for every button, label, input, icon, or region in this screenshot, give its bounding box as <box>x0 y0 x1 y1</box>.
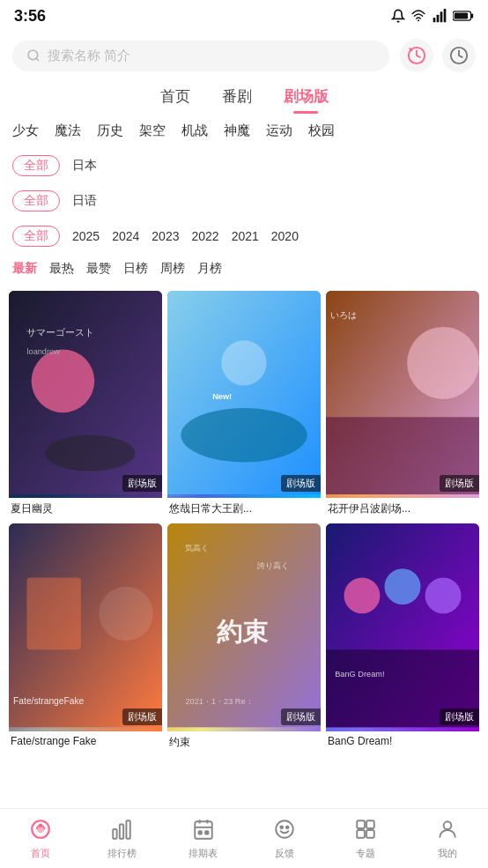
year-2025[interactable]: 2025 <box>72 229 100 243</box>
content-card-2[interactable]: New! 剧场版 悠哉日常大王剧... <box>167 291 321 518</box>
card-title-6: BanG Dream! <box>326 731 479 749</box>
svg-rect-2 <box>437 15 440 23</box>
svg-line-9 <box>36 58 39 61</box>
svg-point-0 <box>418 19 419 21</box>
region-all[interactable]: 全部 <box>12 155 60 176</box>
svg-point-35 <box>344 578 380 614</box>
svg-point-42 <box>39 823 42 827</box>
category-mecha[interactable]: 机战 <box>181 122 208 139</box>
sort-monthly[interactable]: 月榜 <box>197 261 222 277</box>
nav-feedback-label: 反馈 <box>275 847 294 860</box>
content-card-5[interactable]: 約束 気高く 誇り高く 2021・1・23 Re： 剧场版 约束 <box>167 523 321 751</box>
svg-text:いろは: いろは <box>330 310 357 320</box>
status-icons <box>391 9 474 23</box>
nav-rank-label: 排行榜 <box>107 847 137 860</box>
content-card-4[interactable]: Fate/strangeFake 剧场版 Fate/strange Fake <box>9 523 162 751</box>
svg-rect-7 <box>455 13 468 19</box>
content-card-3[interactable]: いろは 剧场版 花开伊吕波剧场... <box>326 291 479 518</box>
category-history[interactable]: 历史 <box>97 122 123 139</box>
card-badge-1: 剧场版 <box>122 475 162 492</box>
status-time: 3:56 <box>14 7 46 26</box>
year-2020[interactable]: 2020 <box>271 229 299 243</box>
category-sports[interactable]: 运动 <box>266 122 292 139</box>
bottom-nav: 首页 排行榜 排期表 <box>0 808 488 868</box>
notification-icon <box>391 9 405 23</box>
category-fantasy[interactable]: 神魔 <box>224 122 250 139</box>
nav-schedule[interactable]: 排期表 <box>163 812 244 865</box>
svg-text:気高く: 気高く <box>185 544 209 553</box>
svg-point-28 <box>99 587 152 641</box>
main-tabs: 首页 番剧 剧场版 <box>0 79 488 114</box>
year-2023[interactable]: 2023 <box>152 229 179 243</box>
nav-mine[interactable]: 我的 <box>407 812 488 865</box>
svg-rect-55 <box>358 820 366 828</box>
year-all[interactable]: 全部 <box>12 226 60 247</box>
region-japan[interactable]: 日本 <box>72 158 97 174</box>
svg-text:New!: New! <box>212 392 232 401</box>
nav-feedback-icon <box>273 818 296 844</box>
nav-topics-label: 专题 <box>356 847 375 860</box>
tab-theater[interactable]: 剧场版 <box>284 86 329 114</box>
svg-point-37 <box>425 578 462 614</box>
content-grid: サマーゴースト loandrow 剧场版 夏日幽灵 New! 剧场版 悠哉日常大… <box>0 284 488 822</box>
search-input-wrap[interactable]: 搜索名称 简介 <box>12 41 389 71</box>
svg-rect-46 <box>195 821 212 839</box>
category-scifi[interactable]: 架空 <box>139 122 166 139</box>
nav-schedule-label: 排期表 <box>189 847 218 860</box>
svg-rect-50 <box>198 831 201 834</box>
history-icon[interactable] <box>400 39 433 72</box>
card-badge-5: 剧场版 <box>281 708 321 725</box>
svg-text:誇り高く: 誇り高く <box>257 561 289 570</box>
language-filter-row: 全部 日语 <box>12 183 476 219</box>
signal-icon <box>432 9 447 23</box>
nav-schedule-icon <box>192 818 215 844</box>
sort-daily[interactable]: 日榜 <box>123 261 148 277</box>
nav-feedback[interactable]: 反馈 <box>244 812 325 865</box>
svg-rect-1 <box>433 18 436 22</box>
card-badge-2: 剧场版 <box>281 475 321 492</box>
clock-icon[interactable] <box>442 39 476 72</box>
svg-point-13 <box>32 350 95 413</box>
year-2021[interactable]: 2021 <box>232 229 259 243</box>
search-placeholder: 搜索名称 简介 <box>48 48 130 64</box>
content-card-1[interactable]: サマーゴースト loandrow 剧场版 夏日幽灵 <box>9 291 162 518</box>
search-bar: 搜索名称 简介 <box>0 32 488 79</box>
svg-point-53 <box>281 826 284 828</box>
tab-series[interactable]: 番剧 <box>222 86 252 114</box>
year-filter-row: 全部 2025 2024 2023 2022 2021 2020 <box>12 219 476 254</box>
category-magic[interactable]: 魔法 <box>55 122 81 139</box>
card-image-2: New! <box>167 291 321 498</box>
nav-rank-icon <box>110 818 133 844</box>
nav-rank[interactable]: 排行榜 <box>81 812 162 865</box>
card-badge-6: 剧场版 <box>440 708 479 725</box>
sort-hottest[interactable]: 最热 <box>49 261 74 277</box>
svg-point-54 <box>286 826 289 828</box>
language-japanese[interactable]: 日语 <box>72 193 97 209</box>
nav-home[interactable]: 首页 <box>0 812 81 865</box>
svg-text:Fate/strangeFake: Fate/strangeFake <box>13 696 84 706</box>
tab-home[interactable]: 首页 <box>160 86 190 114</box>
year-2024[interactable]: 2024 <box>112 229 139 243</box>
svg-rect-6 <box>471 13 473 18</box>
language-all[interactable]: 全部 <box>12 190 60 211</box>
region-filter-row: 全部 日本 <box>12 148 476 183</box>
svg-text:2021・1・23 Re：: 2021・1・23 Re： <box>185 697 253 706</box>
category-girl[interactable]: 少女 <box>12 122 39 139</box>
svg-rect-17 <box>167 291 321 494</box>
sort-filter-row: 最新 最热 最赞 日榜 周榜 月榜 <box>12 254 476 284</box>
svg-rect-57 <box>358 830 366 838</box>
svg-point-8 <box>28 50 38 60</box>
sort-weekly[interactable]: 周榜 <box>160 261 185 277</box>
svg-rect-43 <box>114 829 117 839</box>
sort-praised[interactable]: 最赞 <box>86 261 111 277</box>
status-bar: 3:56 <box>0 0 488 32</box>
card-image-5: 約束 気高く 誇り高く 2021・1・23 Re： <box>167 523 321 731</box>
category-school[interactable]: 校园 <box>308 122 335 139</box>
sort-newest[interactable]: 最新 <box>12 261 37 277</box>
svg-text:サマーゴースト: サマーゴースト <box>26 327 94 338</box>
svg-rect-3 <box>440 11 443 22</box>
year-2022[interactable]: 2022 <box>191 229 218 243</box>
svg-point-59 <box>443 821 451 829</box>
nav-topics[interactable]: 专题 <box>325 812 406 865</box>
content-card-6[interactable]: BanG Dream! 剧场版 BanG Dream! <box>326 523 479 751</box>
